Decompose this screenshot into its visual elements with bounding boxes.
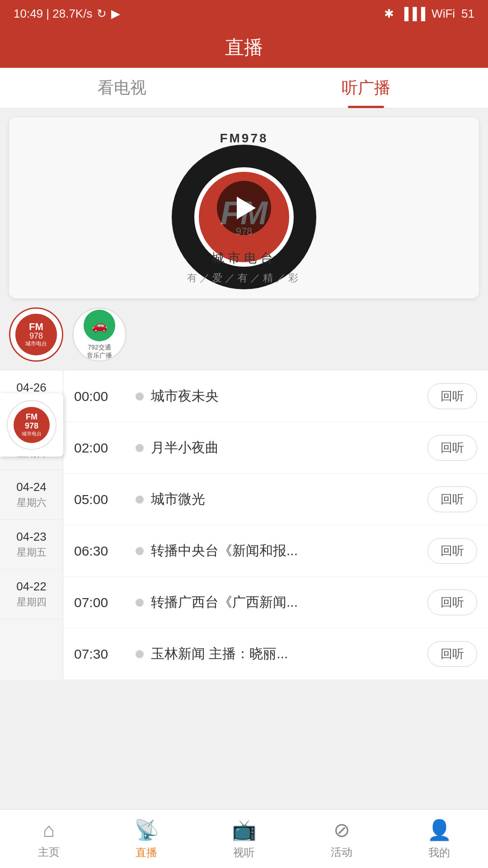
signal-icon: ▐▐▐ — [400, 7, 425, 21]
fm-city-label: 城市电台 — [211, 250, 277, 267]
status-left: 10:49 | 28.7K/s ↻ ▶ — [14, 7, 120, 21]
program-item-1: 02:00 月半小夜曲 回听 — [63, 422, 488, 474]
home-icon: ⌂ — [43, 819, 55, 841]
program-name: 城市微光 — [151, 490, 420, 509]
status-time: 10:49 | 28.7K/s — [14, 7, 92, 21]
date-number: 04-24 — [5, 480, 58, 494]
play-icon: ▶ — [111, 7, 120, 21]
mini-player[interactable]: FM 978 城市电台 — [0, 393, 63, 457]
user-icon: 👤 — [427, 818, 452, 842]
program-item-2: 05:00 城市微光 回听 — [63, 474, 488, 525]
tab-bar: 看电视 听广播 — [0, 68, 488, 108]
replay-button-2[interactable]: 回听 — [427, 486, 477, 512]
program-item-5: 07:30 玉林新闻 主播：晓丽... 回听 — [63, 628, 488, 680]
date-weekday: 星期五 — [5, 546, 58, 559]
nav-mine-label: 我的 — [428, 845, 450, 860]
battery-icon: 51 — [461, 7, 474, 21]
media-icon: 📺 — [232, 818, 257, 842]
nav-activity[interactable]: ⊘ 活动 — [293, 810, 390, 868]
schedule-section: 04-26 星期一 04-25 星期日 04-24 星期六 04-23 星期五 … — [0, 371, 488, 680]
play-triangle-icon — [237, 197, 256, 219]
date-weekday: 星期四 — [5, 595, 58, 609]
program-item-3: 06:30 转播中央台《新闻和报... 回听 — [63, 525, 488, 577]
replay-button-1[interactable]: 回听 — [427, 435, 477, 461]
tab-tv[interactable]: 看电视 — [0, 68, 244, 108]
hero-background: FM978 FM 978 城市电台 有／爱／有／精／彩 — [9, 118, 479, 298]
station-list: FM 978 城市电台 🚗 792交通音乐广播 — [0, 307, 488, 371]
program-dot — [136, 495, 144, 504]
nav-mine[interactable]: 👤 我的 — [390, 810, 488, 868]
program-list: 00:00 城市夜未央 回听 02:00 月半小夜曲 回听 05:00 城市微光… — [63, 371, 488, 680]
program-time: 00:00 — [74, 389, 128, 404]
date-item-0424[interactable]: 04-24 星期六 — [0, 470, 63, 520]
replay-button-3[interactable]: 回听 — [427, 538, 477, 564]
program-name: 转播广西台《广西新闻... — [151, 593, 420, 612]
date-number: 04-22 — [5, 580, 58, 594]
fm-frequency-text: FM978 — [220, 131, 268, 146]
program-dot — [136, 650, 144, 658]
program-item-4: 07:00 转播广西台《广西新闻... 回听 — [63, 577, 488, 628]
date-item-0423[interactable]: 04-23 星期五 — [0, 520, 63, 570]
program-dot — [136, 392, 144, 401]
replay-button-5[interactable]: 回听 — [427, 641, 477, 667]
bluetooth-icon: ✱ — [384, 7, 394, 21]
program-item-0: 00:00 城市夜未央 回听 — [63, 371, 488, 422]
nav-media-label: 视听 — [233, 845, 255, 860]
live-icon: 📡 — [134, 818, 159, 842]
status-right: ✱ ▐▐▐ WiFi 51 — [384, 7, 474, 21]
program-dot — [136, 599, 144, 607]
nav-live[interactable]: 📡 直播 — [98, 810, 195, 868]
replay-button-0[interactable]: 回听 — [427, 383, 477, 409]
replay-button-4[interactable]: 回听 — [427, 590, 477, 615]
nav-home[interactable]: ⌂ 主页 — [0, 810, 98, 868]
program-dot — [136, 444, 144, 452]
hero-banner: FM978 FM 978 城市电台 有／爱／有／精／彩 — [9, 118, 479, 298]
traffic-icon: 🚗 792交通音乐广播 — [74, 309, 125, 360]
bottom-nav: ⌂ 主页 📡 直播 📺 视听 ⊘ 活动 👤 我的 — [0, 809, 488, 868]
page-title: 直播 — [225, 35, 263, 60]
program-time: 07:30 — [74, 646, 128, 662]
mini-fm-icon: FM 978 城市电台 — [7, 400, 56, 450]
program-time: 07:00 — [74, 595, 128, 610]
program-name: 转播中央台《新闻和报... — [151, 542, 420, 560]
app-header: 直播 — [0, 27, 488, 68]
date-weekday: 星期六 — [5, 496, 58, 509]
sync-icon: ↻ — [97, 7, 107, 21]
date-item-0422[interactable]: 04-22 星期四 — [0, 570, 63, 619]
nav-media[interactable]: 📺 视听 — [195, 810, 293, 868]
station-traffic792[interactable]: 🚗 792交通音乐广播 — [72, 307, 127, 362]
program-name: 城市夜未央 — [151, 387, 420, 406]
program-time: 05:00 — [74, 492, 128, 507]
program-name: 月半小夜曲 — [151, 439, 420, 457]
fm-subtitle: 有／爱／有／精／彩 — [187, 271, 301, 285]
nav-activity-label: 活动 — [331, 845, 352, 859]
activity-icon: ⊘ — [333, 818, 350, 841]
wifi-icon: WiFi — [432, 7, 455, 21]
program-time: 02:00 — [74, 440, 128, 456]
nav-home-label: 主页 — [38, 845, 60, 859]
tab-radio[interactable]: 听广播 — [244, 68, 488, 108]
date-number: 04-23 — [5, 530, 58, 544]
play-button[interactable] — [217, 181, 271, 235]
program-name: 玉林新闻 主播：晓丽... — [151, 645, 420, 663]
program-dot — [136, 547, 144, 555]
program-time: 06:30 — [74, 543, 128, 559]
station-fm978[interactable]: FM 978 城市电台 — [9, 307, 63, 362]
nav-live-label: 直播 — [136, 845, 157, 860]
status-bar: 10:49 | 28.7K/s ↻ ▶ ✱ ▐▐▐ WiFi 51 — [0, 0, 488, 27]
fm978-icon: FM 978 城市电台 — [10, 309, 62, 360]
date-number: 04-26 — [5, 381, 58, 395]
